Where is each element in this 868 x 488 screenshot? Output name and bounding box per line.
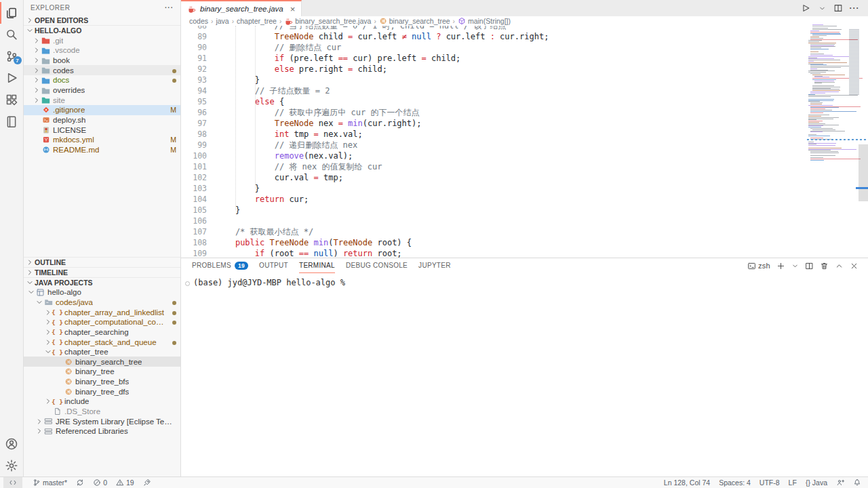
status-java-status[interactable] <box>143 479 151 487</box>
panel-tab-problems[interactable]: PROBLEMS19 <box>192 258 248 273</box>
java-projects-section[interactable]: JAVA PROJECTS <box>24 277 180 287</box>
terminal-prompt[interactable]: (base) jyd@JYD-MBP hello-algo % <box>193 278 345 287</box>
java-tree-item-codesjava[interactable]: codes/java <box>24 298 180 308</box>
explorer-item-.gitignore[interactable]: .gitignoreM <box>24 105 180 115</box>
activity-item-source-control[interactable]: 7 <box>0 45 24 67</box>
explorer-item-.git[interactable]: .git <box>24 36 180 46</box>
java-file-icon <box>187 5 196 14</box>
activity-item-extensions[interactable] <box>0 89 24 110</box>
explorer-item-deploy.sh[interactable]: deploy.sh <box>24 115 180 125</box>
java-tree-item-referencedlibraries[interactable]: Referenced Libraries <box>24 426 180 436</box>
terminal-command-decoration[interactable] <box>185 281 190 286</box>
breadcrumb-item-3[interactable]: chapter_tree <box>237 17 277 25</box>
more-actions-icon[interactable]: ··· <box>165 4 174 12</box>
status-live-share[interactable] <box>836 479 844 487</box>
open-editors-section[interactable]: OPEN EDITORS <box>24 15 180 25</box>
code-editor[interactable]: 88 // 当子结点数量 = 0 / 1 时, child = null / 该… <box>181 26 859 258</box>
status-git-branch[interactable]: master* <box>33 479 67 487</box>
explorer-item-mkdocs.yml[interactable]: mkdocs.ymlM <box>24 135 180 145</box>
status-cursor-position[interactable]: Ln 128, Col 74 <box>664 479 710 487</box>
status-eol[interactable]: LF <box>789 479 797 487</box>
outline-section[interactable]: OUTLINE <box>24 257 180 267</box>
explorer-item-LICENSE[interactable]: LICENSE <box>24 125 180 135</box>
library-icon <box>43 417 54 426</box>
java-tree-item-binary_tree_dfs[interactable]: binary_tree_dfs <box>24 386 180 396</box>
java-tree-item-binary_tree_bfs[interactable]: binary_tree_bfs <box>24 377 180 387</box>
new-terminal-icon[interactable] <box>776 262 785 270</box>
java-tree-item-chapter_array_and_linkedlist[interactable]: { }chapter_array_and_linkedlist <box>24 307 180 317</box>
tab-binary-search-tree[interactable]: binary_search_tree.java × <box>181 0 302 16</box>
java-tree-item-chapter_computational_complexity[interactable]: { }chapter_computational_complexity <box>24 317 180 327</box>
breadcrumb-separator: › <box>232 18 234 25</box>
close-panel-icon[interactable] <box>850 262 859 270</box>
breadcrumb-item-5[interactable]: binary_search_tree <box>379 17 450 25</box>
activity-item-search[interactable] <box>0 24 24 45</box>
kill-terminal-icon[interactable] <box>820 262 829 270</box>
editor-scrollbar[interactable] <box>859 144 868 201</box>
minimap-line <box>810 113 823 113</box>
explorer-item-docs[interactable]: docs <box>24 75 180 85</box>
java-tree-item-binary_tree[interactable]: binary_tree <box>24 367 180 377</box>
activity-item-run-debug[interactable] <box>0 67 24 89</box>
split-terminal-icon[interactable] <box>805 262 814 270</box>
explorer-item-README.md[interactable]: README.mdM <box>24 145 180 155</box>
activity-item-explorer[interactable] <box>0 2 24 24</box>
panel-tab-output[interactable]: OUTPUT <box>259 258 288 273</box>
explorer-item-book[interactable]: book <box>24 56 180 66</box>
java-tree-item-chapter_searching[interactable]: { }chapter_searching <box>24 327 180 338</box>
tree-label: chapter_tree <box>64 348 108 356</box>
terminal-select-icon[interactable]: zsh <box>747 262 770 270</box>
activity-item-settings[interactable] <box>0 455 24 476</box>
person-icon <box>836 479 844 487</box>
explorer-item-overrides[interactable]: overrides <box>24 85 180 96</box>
line-number: 94 <box>181 85 207 96</box>
code-line-99: 99 // 递归删除结点 nex <box>181 140 859 150</box>
breadcrumb-item-6[interactable]: main(String[]) <box>458 17 511 25</box>
split-editor-button[interactable] <box>831 1 845 15</box>
explorer-item-.vscode[interactable]: .vscode <box>24 45 180 56</box>
bottom-panel: PROBLEMS19OUTPUTTERMINALDEBUG CONSOLEJUP… <box>181 258 868 476</box>
java-tree-item-chapter_stack_and_queue[interactable]: { }chapter_stack_and_queue <box>24 337 180 347</box>
panel-tab-jupyter[interactable]: JUPYTER <box>418 258 451 273</box>
java-tree-item-jresystemlibraryeclipsetemurin1717....[interactable]: JRE System Library [Eclipse Temurin 17 [… <box>24 416 180 426</box>
status-problems-warnings[interactable]: 19 <box>116 479 134 487</box>
more-actions-button[interactable]: ··· <box>848 1 861 15</box>
status-indentation[interactable]: Spaces: 4 <box>719 479 751 487</box>
breadcrumb-item-4[interactable]: binary_search_tree.java <box>284 17 371 26</box>
class-icon <box>63 358 73 366</box>
status-encoding[interactable]: UTF-8 <box>760 479 780 487</box>
status-language-mode[interactable]: {} Java <box>806 479 827 487</box>
breadcrumb-item-1[interactable]: codes <box>189 17 208 25</box>
minimap-line <box>808 136 830 136</box>
activity-item-notebook[interactable] <box>0 110 24 132</box>
explorer-title: EXPLORER <box>31 4 70 12</box>
workspace-root-section[interactable]: HELLO-ALGO <box>24 25 180 36</box>
git-modified-dot <box>170 66 176 75</box>
explorer-item-codes[interactable]: codes <box>24 65 180 75</box>
panel-tab-debug-console[interactable]: DEBUG CONSOLE <box>346 258 408 273</box>
activity-item-accounts[interactable] <box>0 433 24 455</box>
code-line-96: 96 // 获取中序遍历中 cur 的下一个结点 <box>181 107 859 118</box>
timeline-section[interactable]: TIMELINE <box>24 267 180 277</box>
java-tree-item-hello-algo[interactable]: hello-algo <box>24 287 180 298</box>
java-tree-item-binary_search_tree[interactable]: binary_search_tree <box>24 357 180 367</box>
java-tree-item-include[interactable]: { }include <box>24 396 180 407</box>
tab-close-icon[interactable]: × <box>290 5 296 14</box>
maximize-panel-icon[interactable] <box>835 262 844 270</box>
run-button[interactable] <box>799 1 812 15</box>
status-notifications[interactable] <box>853 479 861 487</box>
tree-label: binary_tree_dfs <box>75 388 129 396</box>
explorer-item-site[interactable]: site <box>24 95 180 105</box>
java-tree-item-.ds_store[interactable]: .DS_Store <box>24 407 180 417</box>
status-sync[interactable] <box>76 479 84 487</box>
status-problems-errors[interactable]: 0 <box>93 479 107 487</box>
panel-tab-terminal[interactable]: TERMINAL <box>299 258 335 273</box>
java-tree-item-chapter_tree[interactable]: { }chapter_tree <box>24 347 180 357</box>
line-number: 91 <box>181 53 207 64</box>
breadcrumb-item-2[interactable]: java <box>216 17 229 25</box>
tab-label: binary_search_tree.java <box>200 5 283 13</box>
status-remote[interactable] <box>3 477 22 488</box>
breadcrumb-label: codes <box>189 17 208 25</box>
minimap-line <box>810 52 818 52</box>
chevron-down-icon[interactable] <box>791 262 799 270</box>
